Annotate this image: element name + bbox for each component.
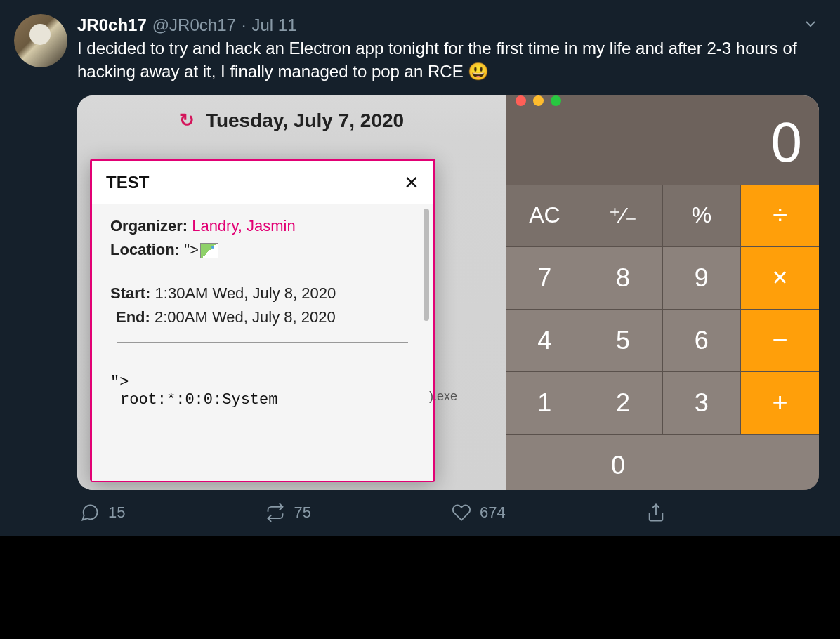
tweet-container: JR0ch17 @JR0ch17 · Jul 11 I decided to t… [0,0,840,536]
heart-icon [452,503,471,522]
like-button[interactable]: 674 [452,503,506,522]
reply-count: 15 [108,503,125,522]
exe-fragment: ).exe [429,389,457,404]
key-percent[interactable]: % [663,185,741,246]
key-5[interactable]: 5 [584,310,662,371]
organizer-name[interactable]: Landry, Jasmin [192,217,296,235]
author-handle[interactable]: @JR0ch17 [152,14,236,36]
key-3[interactable]: 3 [663,372,741,434]
key-4[interactable]: 4 [506,310,584,371]
author-name[interactable]: JR0ch17 [77,14,147,36]
end-value: 2:00AM Wed, July 8, 2020 [155,308,336,326]
calculator-window: 0 AC ⁺⁄₋ % ÷ 7 8 9 × 4 5 6 − 1 [506,95,819,490]
calendar-date-header: Tuesday, July 7, 2020 [206,110,404,132]
key-8[interactable]: 8 [584,247,662,309]
payload-line: root:*:0:0:System [110,391,415,409]
window-close-icon[interactable] [516,95,526,106]
like-count: 674 [480,503,506,522]
calendar-pane: ↻ Tuesday, July 7, 2020 TEST ✕ Organizer… [77,95,506,490]
event-title: TEST [106,173,149,192]
divider [117,342,408,343]
start-label: Start: [110,284,150,302]
location-label: Location: [110,241,180,258]
key-multiply[interactable]: × [741,247,819,309]
retweet-button[interactable]: 75 [265,503,310,522]
end-label: End: [116,308,150,326]
key-7[interactable]: 7 [506,247,584,309]
share-button[interactable] [646,503,666,522]
key-plus-minus[interactable]: ⁺⁄₋ [584,185,662,246]
tweet-media[interactable]: ↻ Tuesday, July 7, 2020 TEST ✕ Organizer… [77,95,819,490]
key-ac[interactable]: AC [506,185,584,246]
key-6[interactable]: 6 [663,310,741,371]
tweet-date[interactable]: Jul 11 [252,14,297,36]
dot-separator: · [242,14,247,36]
share-icon [646,503,666,522]
key-subtract[interactable]: − [741,310,819,371]
close-icon[interactable]: ✕ [404,172,419,194]
window-minimize-icon[interactable] [533,95,544,106]
key-divide[interactable]: ÷ [741,185,819,246]
key-9[interactable]: 9 [663,247,741,309]
retweet-count: 75 [294,503,310,522]
retweet-icon [265,503,285,522]
location-value: "> [184,241,199,258]
avatar[interactable] [14,14,67,67]
payload-prefix: "> [110,374,415,391]
broken-image-icon [200,243,218,258]
event-card: TEST ✕ Organizer: Landry, Jasmin Locatio… [90,159,435,482]
window-traffic-lights [506,95,819,106]
key-0[interactable]: 0 [506,435,819,490]
calculator-display: 0 [506,106,819,185]
organizer-label: Organizer: [110,217,188,235]
reply-button[interactable]: 15 [80,503,125,522]
key-add[interactable]: + [741,372,819,434]
reload-icon[interactable]: ↻ [179,110,195,131]
tweet-text: I decided to try and hack an Electron ap… [77,37,819,83]
key-2[interactable]: 2 [584,372,662,434]
scrollbar[interactable] [424,209,429,321]
comment-icon [80,503,100,522]
start-value: 1:30AM Wed, July 8, 2020 [155,284,336,302]
key-1[interactable]: 1 [506,372,584,434]
caret-down-icon[interactable] [802,15,819,35]
window-zoom-icon[interactable] [551,95,561,106]
